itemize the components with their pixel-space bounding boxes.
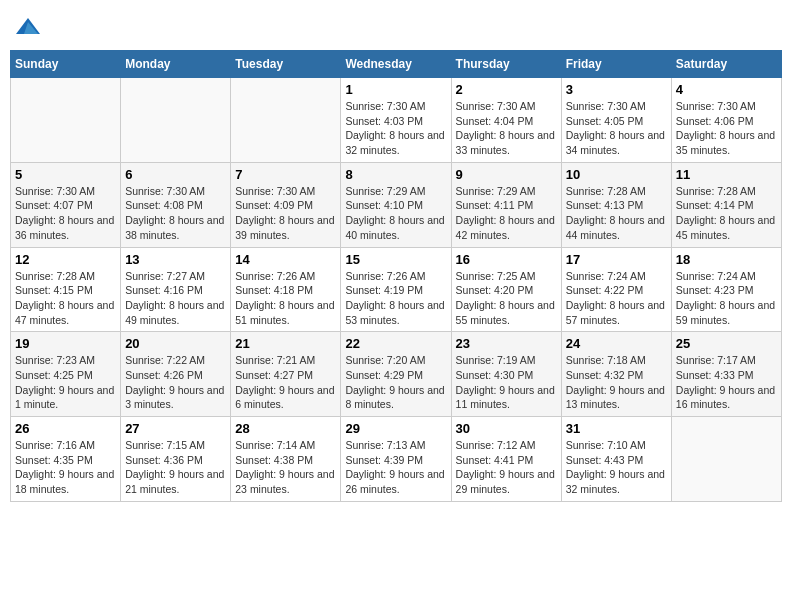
calendar-cell: 2Sunrise: 7:30 AM Sunset: 4:04 PM Daylig…: [451, 78, 561, 163]
calendar-cell: 21Sunrise: 7:21 AM Sunset: 4:27 PM Dayli…: [231, 332, 341, 417]
week-row-4: 19Sunrise: 7:23 AM Sunset: 4:25 PM Dayli…: [11, 332, 782, 417]
calendar-cell: 13Sunrise: 7:27 AM Sunset: 4:16 PM Dayli…: [121, 247, 231, 332]
day-info: Sunrise: 7:20 AM Sunset: 4:29 PM Dayligh…: [345, 353, 446, 412]
day-number: 17: [566, 252, 667, 267]
day-number: 8: [345, 167, 446, 182]
day-info: Sunrise: 7:28 AM Sunset: 4:15 PM Dayligh…: [15, 269, 116, 328]
day-number: 10: [566, 167, 667, 182]
header-saturday: Saturday: [671, 51, 781, 78]
day-number: 25: [676, 336, 777, 351]
calendar-cell: 25Sunrise: 7:17 AM Sunset: 4:33 PM Dayli…: [671, 332, 781, 417]
day-number: 27: [125, 421, 226, 436]
day-number: 4: [676, 82, 777, 97]
calendar-header: SundayMondayTuesdayWednesdayThursdayFrid…: [11, 51, 782, 78]
day-info: Sunrise: 7:25 AM Sunset: 4:20 PM Dayligh…: [456, 269, 557, 328]
header-thursday: Thursday: [451, 51, 561, 78]
day-number: 19: [15, 336, 116, 351]
day-info: Sunrise: 7:13 AM Sunset: 4:39 PM Dayligh…: [345, 438, 446, 497]
week-row-1: 1Sunrise: 7:30 AM Sunset: 4:03 PM Daylig…: [11, 78, 782, 163]
day-info: Sunrise: 7:14 AM Sunset: 4:38 PM Dayligh…: [235, 438, 336, 497]
calendar-cell: 31Sunrise: 7:10 AM Sunset: 4:43 PM Dayli…: [561, 417, 671, 502]
calendar-cell: 20Sunrise: 7:22 AM Sunset: 4:26 PM Dayli…: [121, 332, 231, 417]
calendar-cell: 29Sunrise: 7:13 AM Sunset: 4:39 PM Dayli…: [341, 417, 451, 502]
calendar-cell: 30Sunrise: 7:12 AM Sunset: 4:41 PM Dayli…: [451, 417, 561, 502]
calendar-cell: 12Sunrise: 7:28 AM Sunset: 4:15 PM Dayli…: [11, 247, 121, 332]
day-info: Sunrise: 7:28 AM Sunset: 4:14 PM Dayligh…: [676, 184, 777, 243]
calendar-cell: 28Sunrise: 7:14 AM Sunset: 4:38 PM Dayli…: [231, 417, 341, 502]
day-number: 9: [456, 167, 557, 182]
calendar-cell: 16Sunrise: 7:25 AM Sunset: 4:20 PM Dayli…: [451, 247, 561, 332]
calendar-cell: 26Sunrise: 7:16 AM Sunset: 4:35 PM Dayli…: [11, 417, 121, 502]
day-number: 1: [345, 82, 446, 97]
day-number: 14: [235, 252, 336, 267]
calendar-cell: [121, 78, 231, 163]
day-info: Sunrise: 7:15 AM Sunset: 4:36 PM Dayligh…: [125, 438, 226, 497]
day-info: Sunrise: 7:23 AM Sunset: 4:25 PM Dayligh…: [15, 353, 116, 412]
calendar-cell: 8Sunrise: 7:29 AM Sunset: 4:10 PM Daylig…: [341, 162, 451, 247]
day-info: Sunrise: 7:30 AM Sunset: 4:09 PM Dayligh…: [235, 184, 336, 243]
day-number: 5: [15, 167, 116, 182]
calendar-cell: 3Sunrise: 7:30 AM Sunset: 4:05 PM Daylig…: [561, 78, 671, 163]
calendar-cell: 11Sunrise: 7:28 AM Sunset: 4:14 PM Dayli…: [671, 162, 781, 247]
day-info: Sunrise: 7:17 AM Sunset: 4:33 PM Dayligh…: [676, 353, 777, 412]
calendar-cell: 9Sunrise: 7:29 AM Sunset: 4:11 PM Daylig…: [451, 162, 561, 247]
calendar-cell: 5Sunrise: 7:30 AM Sunset: 4:07 PM Daylig…: [11, 162, 121, 247]
day-number: 18: [676, 252, 777, 267]
logo-icon: [14, 14, 42, 42]
calendar-cell: [231, 78, 341, 163]
day-number: 24: [566, 336, 667, 351]
day-info: Sunrise: 7:26 AM Sunset: 4:18 PM Dayligh…: [235, 269, 336, 328]
day-info: Sunrise: 7:18 AM Sunset: 4:32 PM Dayligh…: [566, 353, 667, 412]
calendar-cell: 19Sunrise: 7:23 AM Sunset: 4:25 PM Dayli…: [11, 332, 121, 417]
day-number: 29: [345, 421, 446, 436]
day-info: Sunrise: 7:10 AM Sunset: 4:43 PM Dayligh…: [566, 438, 667, 497]
day-info: Sunrise: 7:30 AM Sunset: 4:06 PM Dayligh…: [676, 99, 777, 158]
calendar-cell: 17Sunrise: 7:24 AM Sunset: 4:22 PM Dayli…: [561, 247, 671, 332]
day-info: Sunrise: 7:30 AM Sunset: 4:03 PM Dayligh…: [345, 99, 446, 158]
calendar-cell: 6Sunrise: 7:30 AM Sunset: 4:08 PM Daylig…: [121, 162, 231, 247]
day-info: Sunrise: 7:24 AM Sunset: 4:22 PM Dayligh…: [566, 269, 667, 328]
day-number: 2: [456, 82, 557, 97]
day-number: 31: [566, 421, 667, 436]
day-number: 21: [235, 336, 336, 351]
day-info: Sunrise: 7:30 AM Sunset: 4:08 PM Dayligh…: [125, 184, 226, 243]
day-number: 26: [15, 421, 116, 436]
day-info: Sunrise: 7:30 AM Sunset: 4:05 PM Dayligh…: [566, 99, 667, 158]
calendar-cell: [671, 417, 781, 502]
day-info: Sunrise: 7:27 AM Sunset: 4:16 PM Dayligh…: [125, 269, 226, 328]
calendar-cell: 22Sunrise: 7:20 AM Sunset: 4:29 PM Dayli…: [341, 332, 451, 417]
day-info: Sunrise: 7:24 AM Sunset: 4:23 PM Dayligh…: [676, 269, 777, 328]
header-sunday: Sunday: [11, 51, 121, 78]
day-number: 7: [235, 167, 336, 182]
day-number: 12: [15, 252, 116, 267]
day-number: 30: [456, 421, 557, 436]
day-number: 3: [566, 82, 667, 97]
day-number: 23: [456, 336, 557, 351]
day-info: Sunrise: 7:16 AM Sunset: 4:35 PM Dayligh…: [15, 438, 116, 497]
day-number: 16: [456, 252, 557, 267]
calendar-cell: [11, 78, 121, 163]
page-header: [10, 10, 782, 42]
header-row: SundayMondayTuesdayWednesdayThursdayFrid…: [11, 51, 782, 78]
calendar-cell: 27Sunrise: 7:15 AM Sunset: 4:36 PM Dayli…: [121, 417, 231, 502]
week-row-3: 12Sunrise: 7:28 AM Sunset: 4:15 PM Dayli…: [11, 247, 782, 332]
day-info: Sunrise: 7:30 AM Sunset: 4:07 PM Dayligh…: [15, 184, 116, 243]
header-monday: Monday: [121, 51, 231, 78]
day-info: Sunrise: 7:19 AM Sunset: 4:30 PM Dayligh…: [456, 353, 557, 412]
day-info: Sunrise: 7:21 AM Sunset: 4:27 PM Dayligh…: [235, 353, 336, 412]
day-info: Sunrise: 7:28 AM Sunset: 4:13 PM Dayligh…: [566, 184, 667, 243]
day-info: Sunrise: 7:29 AM Sunset: 4:11 PM Dayligh…: [456, 184, 557, 243]
calendar-cell: 18Sunrise: 7:24 AM Sunset: 4:23 PM Dayli…: [671, 247, 781, 332]
day-info: Sunrise: 7:29 AM Sunset: 4:10 PM Dayligh…: [345, 184, 446, 243]
calendar-table: SundayMondayTuesdayWednesdayThursdayFrid…: [10, 50, 782, 502]
calendar-cell: 14Sunrise: 7:26 AM Sunset: 4:18 PM Dayli…: [231, 247, 341, 332]
calendar-cell: 7Sunrise: 7:30 AM Sunset: 4:09 PM Daylig…: [231, 162, 341, 247]
day-info: Sunrise: 7:22 AM Sunset: 4:26 PM Dayligh…: [125, 353, 226, 412]
calendar-cell: 15Sunrise: 7:26 AM Sunset: 4:19 PM Dayli…: [341, 247, 451, 332]
logo: [14, 14, 44, 42]
header-friday: Friday: [561, 51, 671, 78]
day-number: 20: [125, 336, 226, 351]
week-row-2: 5Sunrise: 7:30 AM Sunset: 4:07 PM Daylig…: [11, 162, 782, 247]
day-number: 28: [235, 421, 336, 436]
calendar-cell: 10Sunrise: 7:28 AM Sunset: 4:13 PM Dayli…: [561, 162, 671, 247]
